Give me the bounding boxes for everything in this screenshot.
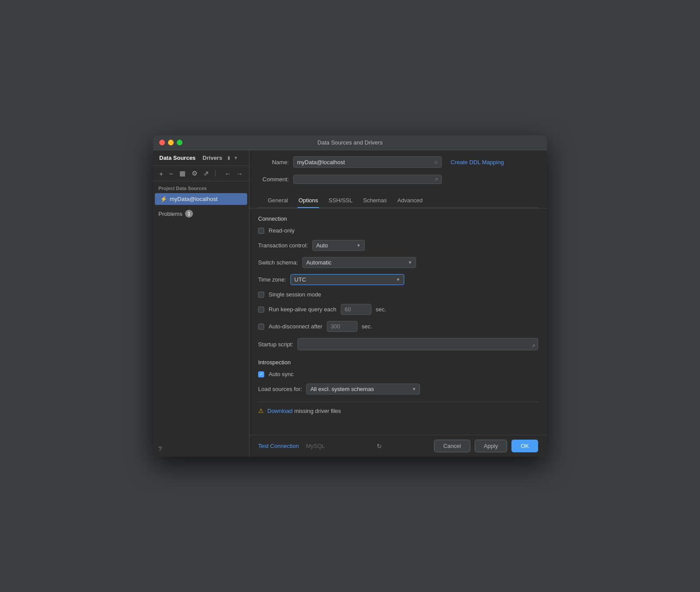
- single-session-label: Single session mode: [269, 291, 321, 298]
- connection-section: Connection Read-only Transaction control…: [258, 215, 538, 350]
- minimize-button[interactable]: [168, 140, 174, 145]
- cancel-button[interactable]: Cancel: [434, 440, 470, 452]
- switch-schema-dropdown[interactable]: Automatic ▼: [302, 257, 416, 268]
- tab-advanced[interactable]: Advanced: [396, 194, 424, 208]
- keepalive-checkbox[interactable]: [258, 307, 264, 313]
- timezone-row: Time zone: UTC ▼: [258, 274, 538, 285]
- sidebar: Data Sources Drivers ▮ ▼ + − ▦ ⚙ ⇗ ← → P…: [153, 150, 249, 457]
- title-bar: Data Sources and Drivers: [153, 135, 547, 150]
- keepalive-input[interactable]: 60: [341, 304, 371, 315]
- problems-label: Problems: [158, 211, 182, 217]
- startup-script-row: Startup script: ↗: [258, 338, 538, 350]
- single-session-row: Single session mode: [258, 291, 538, 298]
- tabs-bar: General Options SSH/SSL Schemas Advanced: [258, 194, 538, 208]
- autosync-label: Auto sync: [269, 371, 294, 377]
- autosync-checkbox[interactable]: [258, 371, 264, 377]
- name-label: Name:: [258, 159, 289, 166]
- comment-input[interactable]: ↗: [293, 175, 442, 184]
- keepalive-label: Run keep-alive query each: [269, 306, 336, 313]
- sidebar-item-mydata[interactable]: ⚡ myData@localhost: [155, 193, 247, 205]
- project-section-label: Project Data Sources: [153, 181, 249, 193]
- traffic-lights: [159, 140, 182, 145]
- transaction-dropdown[interactable]: Auto ▼: [312, 240, 365, 251]
- sidebar-item-label: myData@localhost: [170, 196, 217, 202]
- introspection-section: Introspection Auto sync Load sources for…: [258, 359, 538, 395]
- database-icon: ⚡: [160, 196, 167, 202]
- footer: Test Connection MySQL ↻ Cancel Apply OK: [249, 435, 547, 457]
- tab-general[interactable]: General: [267, 194, 289, 208]
- forward-button[interactable]: →: [234, 169, 245, 178]
- sidebar-tabs: Data Sources Drivers ▮ ▼: [153, 150, 249, 166]
- main-layout: Data Sources Drivers ▮ ▼ + − ▦ ⚙ ⇗ ← → P…: [153, 150, 547, 457]
- tab-options[interactable]: Options: [298, 194, 319, 208]
- autodisconnect-label: Auto-disconnect after: [269, 323, 322, 330]
- transaction-value: Auto: [316, 242, 328, 249]
- close-button[interactable]: [159, 140, 165, 145]
- back-button[interactable]: ←: [223, 169, 233, 178]
- load-sources-label: Load sources for:: [258, 386, 302, 392]
- autodisconnect-checkbox[interactable]: [258, 324, 264, 330]
- divider-icon: ▮: [228, 155, 230, 161]
- apply-button[interactable]: Apply: [475, 440, 508, 452]
- switch-schema-value: Automatic: [306, 259, 332, 266]
- switch-schema-row: Switch schema: Automatic ▼: [258, 257, 538, 268]
- timezone-value: UTC: [294, 276, 306, 283]
- startup-script-input[interactable]: ↗: [298, 338, 538, 350]
- autodisconnect-row: Auto-disconnect after 300 sec.: [258, 321, 538, 332]
- autodisconnect-input[interactable]: 300: [327, 321, 357, 332]
- maximize-button[interactable]: [177, 140, 182, 145]
- load-sources-row: Load sources for: All excl. system schem…: [258, 384, 538, 395]
- chevron-down-icon: ▼: [357, 243, 361, 248]
- autodisconnect-unit: sec.: [362, 323, 372, 330]
- content-header: Name: myData@localhost ○ Create DDL Mapp…: [249, 150, 547, 208]
- expand-icon: ↗: [434, 177, 438, 182]
- single-session-checkbox[interactable]: [258, 292, 264, 298]
- tab-data-sources[interactable]: Data Sources: [158, 154, 197, 162]
- transaction-row: Transaction control: Auto ▼: [258, 240, 538, 251]
- chevron-down-icon2: ▼: [408, 260, 412, 265]
- circle-icon: ○: [434, 159, 438, 166]
- add-button[interactable]: +: [158, 169, 165, 178]
- problems-badge: 1: [185, 210, 193, 218]
- problems-section: Problems 1: [153, 205, 249, 222]
- chevron-down-icon3: ▼: [396, 277, 400, 282]
- autosync-row: Auto sync: [258, 371, 538, 377]
- name-input[interactable]: myData@localhost ○: [293, 156, 442, 168]
- download-link[interactable]: Download: [267, 408, 293, 414]
- export-button[interactable]: ⇗: [202, 169, 211, 178]
- tab-schemas[interactable]: Schemas: [362, 194, 388, 208]
- main-window: Data Sources and Drivers Data Sources Dr…: [153, 135, 547, 457]
- warning-text: Download missing driver files: [267, 408, 341, 414]
- dropdown-icon[interactable]: ▼: [234, 155, 238, 160]
- timezone-label: Time zone:: [258, 276, 286, 283]
- expand-icon2: ↗: [532, 343, 535, 348]
- readonly-checkbox[interactable]: [258, 228, 264, 234]
- timezone-dropdown[interactable]: UTC ▼: [290, 274, 404, 285]
- help-icon[interactable]: ?: [158, 445, 162, 452]
- create-ddl-link[interactable]: Create DDL Mapping: [451, 159, 504, 166]
- footer-buttons: Cancel Apply OK: [434, 440, 538, 452]
- toolbar-separator: [215, 170, 216, 176]
- name-field-row: Name: myData@localhost ○ Create DDL Mapp…: [258, 156, 538, 168]
- tab-drivers[interactable]: Drivers: [201, 154, 224, 162]
- refresh-icon[interactable]: ↻: [377, 443, 382, 450]
- copy-button[interactable]: ▦: [178, 169, 187, 178]
- startup-script-label: Startup script:: [258, 341, 293, 348]
- load-sources-dropdown[interactable]: All excl. system schemas ▼: [306, 384, 420, 395]
- window-title: Data Sources and Drivers: [318, 139, 383, 146]
- switch-schema-label: Switch schema:: [258, 259, 298, 266]
- tab-ssh-ssl[interactable]: SSH/SSL: [328, 194, 354, 208]
- transaction-label: Transaction control:: [258, 242, 308, 249]
- ok-button[interactable]: OK: [511, 440, 538, 452]
- content-body: Connection Read-only Transaction control…: [249, 208, 547, 435]
- nav-buttons: ← →: [223, 169, 245, 178]
- remove-button[interactable]: −: [168, 169, 175, 178]
- content-area: Name: myData@localhost ○ Create DDL Mapp…: [249, 150, 547, 457]
- test-connection-button[interactable]: Test Connection: [258, 443, 299, 449]
- mysql-label: MySQL: [306, 443, 325, 449]
- comment-label: Comment:: [258, 176, 289, 183]
- settings-button[interactable]: ⚙: [190, 169, 199, 178]
- load-sources-value: All excl. system schemas: [310, 386, 374, 392]
- connection-title: Connection: [258, 215, 538, 222]
- keepalive-unit: sec.: [376, 306, 386, 313]
